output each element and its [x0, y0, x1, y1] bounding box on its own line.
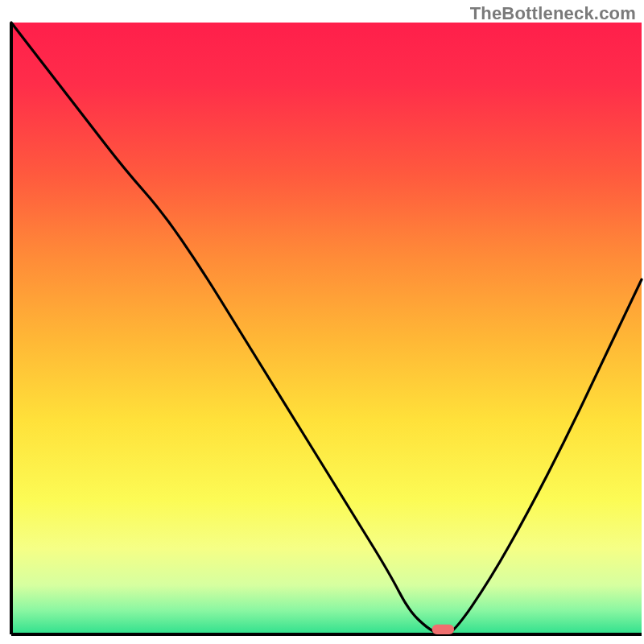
chart-container: TheBottleneck.com	[0, 0, 644, 644]
plot-gradient-background	[11, 23, 642, 634]
optimum-marker	[432, 625, 454, 634]
bottleneck-curve-plot	[0, 0, 644, 644]
watermark-label: TheBottleneck.com	[470, 3, 636, 24]
